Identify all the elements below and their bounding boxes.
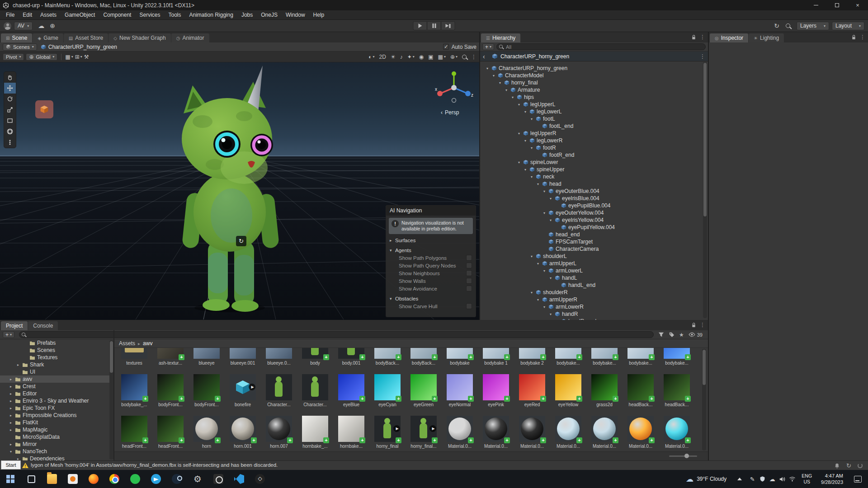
breadcrumb-current[interactable]: awv — [143, 340, 152, 347]
asset-item[interactable]: ▶ + headFront... — [153, 409, 188, 451]
tab-hierarchy[interactable]: ☰ Hierarchy — [481, 33, 520, 42]
hierarchy-item[interactable]: shoulderL — [480, 253, 703, 260]
hierarchy-item[interactable]: spineUpper — [480, 166, 703, 173]
hierarchy-item[interactable]: footR_end — [480, 151, 703, 159]
asset-item[interactable]: ▶ + body.001 — [334, 348, 369, 368]
folder-item[interactable]: Prefabs — [0, 339, 113, 347]
create-asset-button[interactable]: +▾ — [3, 331, 14, 338]
folder-item[interactable]: MicroSplatData — [0, 433, 113, 441]
asset-item[interactable]: ▶ + bodybake_... — [117, 368, 152, 409]
dock-tab[interactable]: ◇ New Shader Graph — [108, 33, 170, 42]
kebab-menu-icon[interactable]: ⋮ — [700, 34, 705, 40]
nav-option-checkbox[interactable] — [466, 255, 472, 261]
search-by-type-icon[interactable] — [658, 332, 664, 338]
hierarchy-item[interactable]: legLowerR — [480, 137, 703, 144]
pause-button[interactable] — [427, 21, 441, 30]
menu-item[interactable]: Component — [99, 10, 135, 19]
expand-arrow-icon[interactable] — [543, 189, 548, 193]
expand-arrow-icon[interactable] — [543, 269, 548, 273]
expand-arrow-icon[interactable]: ▸ — [10, 399, 15, 403]
expand-arrow-icon[interactable]: ▸ — [10, 377, 15, 381]
asset-item[interactable]: ▶ + blueeye.0... — [261, 348, 297, 368]
folder-item[interactable]: ▸ MapMagic — [0, 426, 113, 433]
hierarchy-item[interactable]: hips — [480, 94, 703, 101]
hierarchy-item[interactable]: Armature — [480, 86, 703, 94]
task-view-icon[interactable] — [21, 470, 42, 488]
notification-bell-icon[interactable] — [834, 463, 840, 469]
expand-arrow-icon[interactable] — [537, 298, 542, 302]
steam-icon[interactable] — [166, 470, 187, 488]
saved-search-star-icon[interactable]: ★ — [679, 332, 684, 338]
asset-item[interactable]: ▶ + blueeye — [189, 348, 224, 368]
ai-navigation-title[interactable]: AI Navigation — [386, 206, 476, 216]
back-arrow-icon[interactable]: ‹ — [483, 53, 489, 60]
asset-item[interactable]: ▶ + bodyFront... — [189, 368, 224, 409]
expand-arrow-icon[interactable] — [499, 81, 504, 85]
chrome-icon[interactable] — [104, 470, 125, 488]
asset-item[interactable]: ▶ + horn — [189, 409, 224, 451]
hierarchy-item[interactable]: armUpperL — [480, 260, 703, 267]
asset-item[interactable]: ▶ + horny_final — [370, 409, 405, 451]
expand-arrow-icon[interactable]: ▸ — [17, 457, 22, 461]
scale-tool[interactable] — [4, 104, 16, 115]
slider-knob[interactable] — [684, 454, 689, 458]
asset-item[interactable]: ▶ + eyePink — [478, 368, 514, 409]
grid-visibility-icon[interactable]: ▦▾ — [438, 54, 446, 60]
dock-tab[interactable]: ▤ Asset Store — [64, 33, 108, 42]
hierarchy-item[interactable]: handL_end — [480, 282, 703, 289]
network-tray-icon[interactable] — [787, 470, 797, 488]
asset-item[interactable]: ▶ + body — [297, 348, 333, 368]
step-button[interactable] — [441, 21, 455, 30]
asset-item[interactable]: ▶ + Material.0... — [587, 409, 622, 451]
pivot-dropdown[interactable]: Pivot▾ — [3, 53, 24, 61]
folder-item[interactable]: ▾ NanoTech — [0, 448, 113, 455]
folder-item[interactable]: ▸ Enviro 3 - Sky and Weather — [0, 397, 113, 404]
asset-item[interactable]: ▶ + hornbake_... — [297, 409, 333, 451]
expand-arrow-icon[interactable] — [524, 110, 529, 114]
search-by-label-icon[interactable] — [669, 332, 675, 338]
menu-item[interactable]: Edit — [19, 10, 36, 19]
vscode-icon[interactable] — [229, 470, 250, 488]
cache-refresh-icon[interactable]: ↻ — [846, 462, 851, 469]
thumbnail-size-slider[interactable] — [669, 455, 697, 457]
kebab-menu-icon[interactable]: ⋮ — [700, 322, 705, 328]
search-icon[interactable] — [786, 23, 790, 29]
asset-item[interactable]: ▶ + Material.0... — [442, 409, 477, 451]
collab-target-icon[interactable]: ⊕ — [50, 23, 55, 29]
asset-item[interactable]: ▶ + Material.0... — [623, 409, 658, 451]
volume-tray-icon[interactable] — [777, 470, 787, 488]
asset-item[interactable]: ▶ + eyeCyan — [370, 368, 405, 409]
hierarchy-item[interactable]: legUpperL — [480, 101, 703, 108]
menu-item[interactable]: File — [2, 10, 19, 19]
play-button[interactable] — [413, 21, 427, 30]
expand-play-icon[interactable]: ▶ — [429, 425, 436, 432]
hierarchy-scrollbar[interactable] — [703, 62, 707, 318]
folder-item[interactable]: ▸ awv — [0, 375, 113, 383]
hierarchy-item[interactable]: handL — [480, 274, 703, 282]
menu-item[interactable]: Tools — [164, 10, 185, 19]
expand-play-icon[interactable]: ▶ — [393, 425, 400, 432]
expand-arrow-icon[interactable]: ▸ — [10, 392, 15, 396]
hierarchy-item[interactable]: eyeOuterYellow.004 — [480, 209, 703, 216]
asset-grid-scrollbar[interactable] — [702, 349, 706, 450]
lock-icon[interactable] — [691, 34, 696, 40]
perspective-label[interactable]: ‹ Persp — [441, 109, 459, 116]
component-gizmo-icon[interactable]: ↻ — [236, 236, 246, 246]
nav-option-checkbox[interactable] — [466, 278, 472, 284]
asset-item[interactable]: ▶ + bodybake... — [623, 348, 658, 368]
move-tool[interactable] — [4, 83, 16, 94]
hierarchy-item[interactable]: eyePupilYellow.004 — [480, 224, 703, 231]
asset-item[interactable]: ▶ + hornbake... — [334, 409, 369, 451]
dock-tab[interactable]: ◷ Animator — [171, 33, 209, 42]
asset-item[interactable]: ▶ + bodybake 1 — [478, 348, 514, 368]
hierarchy-item[interactable]: footR — [480, 144, 703, 151]
hierarchy-item[interactable]: neck — [480, 173, 703, 180]
nav-option-row[interactable]: Show Neighbours — [386, 269, 476, 277]
scenes-dropdown[interactable]: Scenes ▾ — [3, 43, 37, 51]
nav-option-row[interactable]: ▸ Surfaces — [386, 236, 476, 244]
nav-option-checkbox[interactable] — [466, 270, 472, 276]
rotate-tool[interactable] — [4, 94, 16, 104]
expand-arrow-icon[interactable] — [524, 168, 529, 172]
visibility-toggle-icon[interactable]: ◉ — [419, 54, 424, 60]
expand-arrow-icon[interactable] — [518, 131, 523, 136]
